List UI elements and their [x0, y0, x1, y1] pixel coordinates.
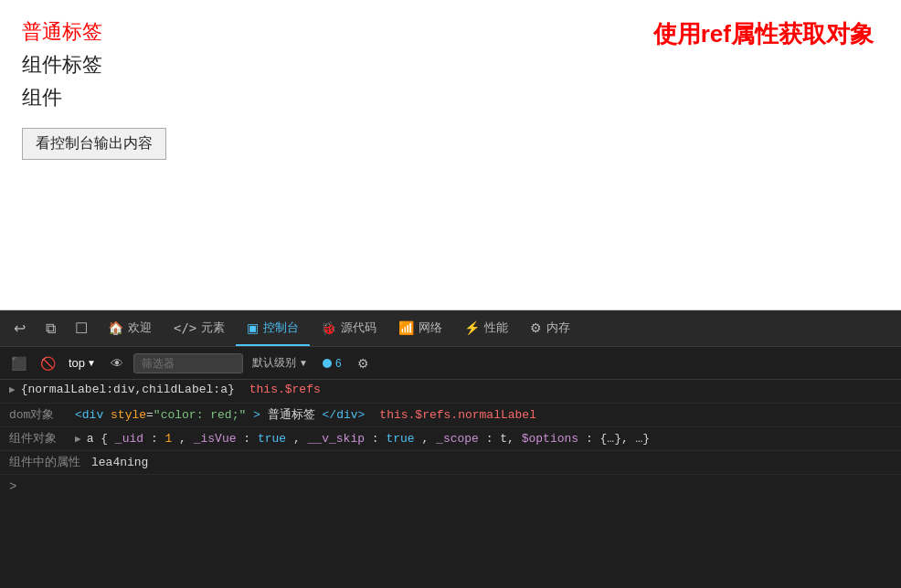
tab-elements-label: 元素 — [201, 320, 225, 336]
log-level-selector[interactable]: 默认级别 ▼ — [247, 353, 313, 373]
devtools-tabbar: ↩ ⧉ ☐ 🏠 欢迎 </> 元素 ▣ 控制台 🐞 源代码 📶 网络 — [0, 310, 901, 347]
console-line-4: 组件中的属性 lea4ning — [0, 451, 901, 475]
network-icon: 📶 — [398, 320, 414, 335]
tab-performance[interactable]: ⚡ 性能 — [453, 310, 519, 346]
console-settings-button[interactable]: ⚙ — [351, 351, 376, 376]
context-label: top — [69, 356, 85, 370]
console-prompt-icon: > — [9, 479, 16, 494]
console-refs-highlight-1: this.$refs — [249, 383, 321, 396]
console-line-3: 组件对象 ▶ a { _uid : 1 , _isVue : true , __… — [0, 427, 901, 451]
console-object-key2: childLabel — [142, 383, 213, 396]
filter-input[interactable] — [133, 353, 243, 373]
performance-icon: ⚡ — [464, 320, 480, 335]
console-property-value: lea4ning — [91, 456, 148, 469]
elements-icon: </> — [174, 320, 196, 335]
expand-arrow-icon[interactable]: ▶ — [9, 383, 16, 395]
devtools-panel: ↩ ⧉ ☐ 🏠 欢迎 </> 元素 ▣ 控制台 🐞 源代码 📶 网络 — [0, 310, 901, 588]
tab-performance-label: 性能 — [484, 320, 508, 336]
tab-elements[interactable]: </> 元素 — [163, 310, 236, 346]
home-icon: 🏠 — [108, 320, 123, 335]
component-property-label: 组件中的属性 — [9, 454, 80, 470]
tab-sources-label: 源代码 — [341, 320, 376, 336]
console-refs-highlight-2: this.$refs.normalLabel — [379, 408, 536, 422]
tab-welcome-label: 欢迎 — [128, 320, 152, 336]
console-icon: ▣ — [247, 320, 259, 335]
console-object-val1: div — [113, 383, 134, 396]
chevron-down-icon: ▼ — [87, 358, 96, 368]
console-toolbar: ⬛ 🚫 top ▼ 👁 默认级别 ▼ 6 ⚙ — [0, 347, 901, 380]
console-object-sep: : — [106, 383, 113, 396]
app-area: 普通标签 组件标签 组件 看控制台输出内容 使用ref属性获取对象 — [0, 0, 901, 310]
component-object-label: 组件对象 — [9, 430, 64, 446]
component-text: 组件 — [22, 84, 879, 111]
clear-console-button[interactable]: 🚫 — [35, 351, 60, 376]
expand-arrow-icon-2[interactable]: ▶ — [75, 433, 81, 445]
tab-icon-inspect[interactable]: ⧉ — [35, 313, 66, 344]
console-object-key1: normalLabel — [27, 383, 106, 396]
bug-icon: 🐞 — [321, 320, 336, 335]
console-object-val2: a} — [220, 383, 235, 396]
component-label: 组件标签 — [22, 51, 879, 79]
eye-button[interactable]: 👁 — [104, 351, 130, 376]
tab-console-label: 控制台 — [263, 320, 299, 336]
console-line-1: ▶ { normalLabel : div , childLabel : a} … — [0, 380, 901, 404]
gear-icon: ⚙ — [357, 356, 369, 371]
memory-icon: ⚙ — [530, 320, 542, 335]
console-dom-element: <div style="color: red;" > 普通标签 </div> — [75, 406, 365, 423]
eye-icon: 👁 — [111, 356, 123, 371]
tab-icon-device[interactable]: ☐ — [66, 313, 97, 344]
console-object-text: { — [21, 383, 28, 396]
tab-sources[interactable]: 🐞 源代码 — [310, 310, 387, 346]
clear-icon: 🚫 — [40, 356, 56, 371]
dom-object-label: dom对象 — [9, 406, 64, 423]
message-count-badge[interactable]: 6 — [317, 355, 347, 372]
console-component-code: a { _uid : 1 , _isVue : true , __v_skip … — [87, 432, 651, 446]
level-label: 默认级别 — [252, 355, 296, 371]
navigate-back-icon: ⬛ — [11, 356, 26, 371]
message-dot-icon — [323, 359, 332, 368]
context-selector[interactable]: top ▼ — [64, 354, 101, 372]
device-icon: ☐ — [75, 320, 88, 337]
console-output-area: ▶ { normalLabel : div , childLabel : a} … — [0, 380, 901, 588]
tab-console[interactable]: ▣ 控制台 — [236, 310, 310, 346]
page-title-right: 使用ref属性获取对象 — [653, 18, 874, 50]
tab-network-label: 网络 — [419, 320, 442, 336]
tab-memory[interactable]: ⚙ 内存 — [519, 310, 581, 346]
console-object-sep2: : — [213, 383, 220, 396]
navigate-back-button[interactable]: ⬛ — [5, 351, 31, 376]
chevron-down-icon: ▼ — [299, 358, 308, 368]
console-button[interactable]: 看控制台输出内容 — [22, 128, 166, 160]
console-object-comma: , — [134, 383, 142, 396]
tab-icon-back[interactable]: ↩ — [4, 313, 35, 344]
inspect-icon: ⧉ — [46, 320, 56, 337]
console-line-2: dom对象 <div style="color: red;" > 普通标签 </… — [0, 404, 901, 427]
tab-memory-label: 内存 — [546, 320, 570, 336]
tab-network[interactable]: 📶 网络 — [387, 310, 453, 346]
back-arrow-icon: ↩ — [14, 320, 26, 337]
console-prompt-line: > — [0, 475, 901, 499]
message-count-label: 6 — [335, 357, 342, 370]
tab-welcome[interactable]: 🏠 欢迎 — [97, 310, 163, 346]
